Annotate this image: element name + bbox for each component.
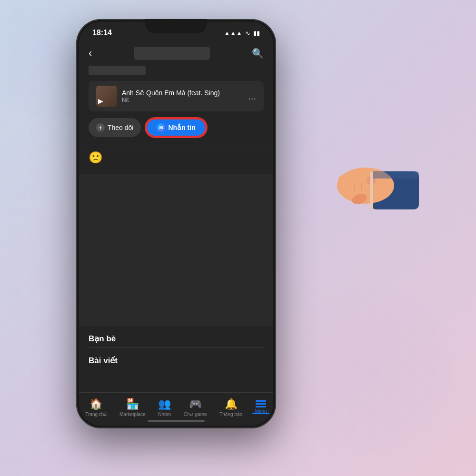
hand-pointer <box>314 143 419 219</box>
battery-icon: ▮▮ <box>253 30 260 37</box>
hand-svg <box>314 143 419 219</box>
bottom-nav: 🏠 Trang chủ 🏪 Marketplace 👥 Nhóm 🎮 Chơi … <box>79 392 273 419</box>
ban-be-title: Bạn bè <box>79 326 273 347</box>
action-buttons: + Theo dõi ✉ Nhắn tin <box>89 118 264 137</box>
profile-section: Anh Sẽ Quên Em Mà (feat. Sing) Nit ... +… <box>79 66 273 174</box>
emoji-reaction: 🙁 <box>89 151 264 164</box>
wifi-icon: ∿ <box>245 30 250 37</box>
nav-bar: ‹ 🔍 <box>79 41 273 66</box>
nav-item-trang-chu[interactable]: 🏠 Trang chủ <box>85 398 107 417</box>
nav-item-thong-bao[interactable]: 🔔 Thông báo <box>219 398 242 417</box>
music-title: Anh Sẽ Quên Em Mà (feat. Sing) <box>122 89 220 97</box>
game-icon: 🎮 <box>189 398 202 410</box>
signal-icon: ▲▲▲ <box>224 30 242 37</box>
nhan-tin-label: Nhắn tin <box>168 124 195 131</box>
menu-icon <box>256 400 266 407</box>
marketplace-label: Marketplace <box>119 412 145 417</box>
nav-item-choi-game[interactable]: 🎮 Chơi game <box>184 398 207 417</box>
svg-rect-7 <box>371 171 419 178</box>
nhom-icon: 👥 <box>158 398 171 410</box>
music-info: Anh Sẽ Quên Em Mà (feat. Sing) Nit <box>122 89 220 103</box>
nhan-tin-button[interactable]: ✉ Nhắn tin <box>146 118 206 137</box>
music-artist: Nit <box>122 97 220 103</box>
music-thumb-bg <box>96 86 117 107</box>
nhom-label: Nhóm <box>158 412 171 417</box>
nav-underline <box>252 413 269 414</box>
screen: ‹ 🔍 Anh Sẽ Quên Em Mà (fe <box>79 41 273 419</box>
plus-icon: + <box>96 123 105 132</box>
scene: 18:14 ▲▲▲ ∿ ▮▮ ‹ 🔍 <box>0 0 476 476</box>
music-more-button[interactable]: ... <box>248 91 256 102</box>
home-icon: 🏠 <box>89 398 102 410</box>
divider-1 <box>79 145 273 145</box>
music-left: Anh Sẽ Quên Em Mà (feat. Sing) Nit <box>96 86 220 107</box>
music-card[interactable]: Anh Sẽ Quên Em Mà (feat. Sing) Nit ... <box>89 81 264 111</box>
nav-item-marketplace[interactable]: 🏪 Marketplace <box>119 398 145 417</box>
profile-name-placeholder <box>89 66 146 75</box>
thong-bao-label: Thông báo <box>219 412 242 417</box>
music-thumbnail <box>96 86 117 107</box>
bai-viet-title: Bài viết <box>79 348 273 369</box>
svg-rect-8 <box>370 171 373 209</box>
marketplace-icon: 🏪 <box>126 398 139 410</box>
bg-decoration-2 <box>286 286 452 452</box>
search-button[interactable]: 🔍 <box>252 48 264 59</box>
choi-game-label: Chơi game <box>184 412 207 417</box>
nav-item-menu[interactable]: Menu <box>255 400 267 414</box>
theo-doi-button[interactable]: + Theo dõi <box>89 118 141 137</box>
trang-chu-label: Trang chủ <box>85 412 107 417</box>
status-icons: ▲▲▲ ∿ ▮▮ <box>224 30 260 37</box>
phone-frame: 18:14 ▲▲▲ ∿ ▮▮ ‹ 🔍 <box>76 19 276 428</box>
messenger-icon: ✉ <box>157 123 165 132</box>
theo-doi-label: Theo dõi <box>108 124 133 131</box>
bell-icon: 🔔 <box>225 398 238 410</box>
phone-inner: 18:14 ▲▲▲ ∿ ▮▮ ‹ 🔍 <box>79 22 273 426</box>
content-area <box>79 174 273 326</box>
back-button[interactable]: ‹ <box>89 47 92 60</box>
status-time: 18:14 <box>92 29 112 37</box>
nav-item-nhom[interactable]: 👥 Nhóm <box>158 398 171 417</box>
phone-notch <box>145 19 207 33</box>
nav-title-placeholder <box>134 47 210 60</box>
